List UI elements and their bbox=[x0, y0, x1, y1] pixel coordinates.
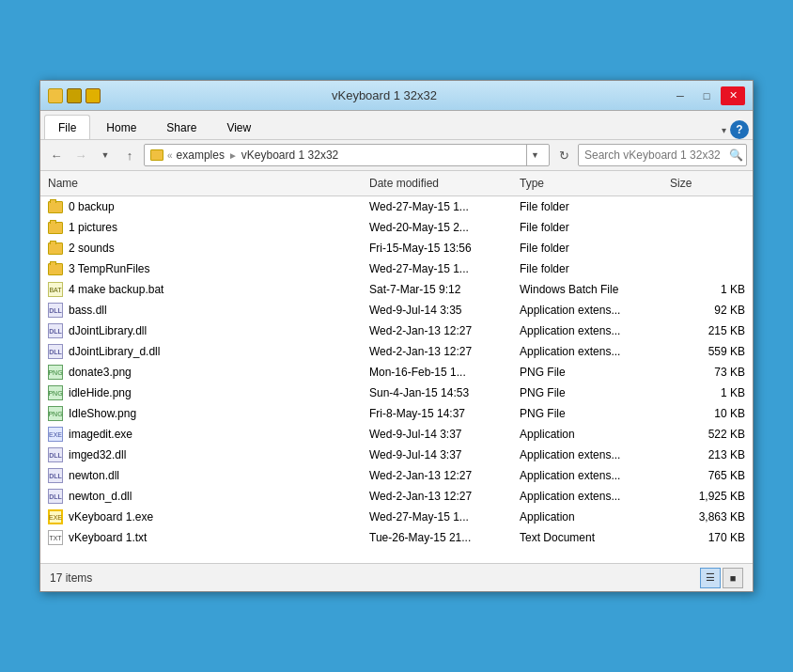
table-row[interactable]: 1 pictures Wed-20-May-15 2... File folde… bbox=[40, 217, 753, 238]
view-large-button[interactable]: ■ bbox=[723, 568, 743, 588]
table-row[interactable]: DLL imged32.dll Wed-9-Jul-14 3:37 Applic… bbox=[40, 445, 753, 465]
file-type: PNG File bbox=[520, 386, 670, 399]
table-row[interactable]: DLL newton_d.dll Wed-2-Jan-13 12:27 Appl… bbox=[40, 486, 753, 507]
file-name: imged32.dll bbox=[69, 448, 126, 461]
table-row[interactable]: DLL bass.dll Wed-9-Jul-14 3:35 Applicati… bbox=[40, 300, 753, 320]
file-list: 0 backup Wed-27-May-15 1... File folder … bbox=[40, 196, 753, 563]
file-type: Application extens... bbox=[520, 304, 670, 317]
up-button[interactable]: ↑ bbox=[119, 145, 140, 165]
table-row[interactable]: BAT 4 make backup.bat Sat-7-Mar-15 9:12 … bbox=[40, 279, 753, 300]
address-path[interactable]: « examples ► vKeyboard 1 32x32 ▼ bbox=[144, 144, 550, 166]
file-date: Tue-26-May-15 21... bbox=[369, 531, 520, 544]
file-name: dJointLibrary_d.dll bbox=[69, 345, 160, 358]
ribbon-tabs: File Home Share View ▾ ? bbox=[40, 111, 753, 139]
table-row[interactable]: EXE imagedit.exe Wed-9-Jul-14 3:37 Appli… bbox=[40, 424, 753, 445]
file-size: 215 KB bbox=[670, 324, 745, 337]
file-name-cell: PNG idleHide.png bbox=[48, 385, 369, 400]
tab-share[interactable]: Share bbox=[152, 115, 210, 139]
file-name-cell: DLL bass.dll bbox=[48, 303, 369, 318]
file-name: newton_d.dll bbox=[69, 490, 132, 503]
table-row[interactable]: DLL newton.dll Wed-2-Jan-13 12:27 Applic… bbox=[40, 465, 753, 486]
file-name-cell: DLL imged32.dll bbox=[48, 447, 369, 462]
file-type: Text Document bbox=[520, 531, 670, 544]
col-type[interactable]: Type bbox=[520, 175, 670, 192]
minimize-button[interactable]: ─ bbox=[668, 86, 692, 105]
dll-icon: DLL bbox=[48, 468, 63, 483]
file-date: Fri-15-May-15 13:56 bbox=[369, 242, 520, 255]
table-row[interactable]: EXE vKeyboard 1.exe Wed-27-May-15 1... A… bbox=[40, 507, 753, 527]
table-row[interactable]: 3 TempRunFiles Wed-27-May-15 1... File f… bbox=[40, 258, 753, 279]
tab-file[interactable]: File bbox=[44, 115, 90, 139]
file-date: Wed-27-May-15 1... bbox=[369, 200, 520, 213]
file-name-cell: 0 backup bbox=[48, 199, 369, 214]
title-bar-icons bbox=[48, 88, 101, 103]
back-button[interactable]: ← bbox=[46, 145, 67, 165]
file-icon bbox=[48, 241, 63, 256]
file-icon: TXT bbox=[48, 530, 63, 545]
col-size[interactable]: Size bbox=[670, 175, 745, 192]
file-name-cell: PNG donate3.png bbox=[48, 365, 369, 380]
col-date[interactable]: Date modified bbox=[369, 175, 520, 192]
file-size: 1 KB bbox=[670, 386, 745, 399]
address-bar: ← → ▼ ↑ « examples ► vKeyboard 1 32x32 ▼… bbox=[40, 140, 753, 171]
file-name: bass.dll bbox=[69, 304, 107, 317]
search-box[interactable]: 🔍 bbox=[578, 144, 747, 166]
file-name-cell: 3 TempRunFiles bbox=[48, 261, 369, 276]
refresh-button[interactable]: ↻ bbox=[553, 145, 574, 165]
file-date: Wed-27-May-15 1... bbox=[369, 510, 520, 524]
file-type: Windows Batch File bbox=[520, 283, 670, 296]
view-details-button[interactable]: ☰ bbox=[700, 568, 721, 588]
file-name: vKeyboard 1.exe bbox=[69, 510, 153, 524]
file-name-cell: EXE vKeyboard 1.exe bbox=[48, 509, 369, 524]
title-bar: vKeyboard 1 32x32 ─ □ ✕ bbox=[40, 81, 753, 111]
table-row[interactable]: PNG donate3.png Mon-16-Feb-15 1... PNG F… bbox=[40, 362, 753, 383]
path-separator-2: ► bbox=[228, 150, 238, 161]
table-row[interactable]: DLL dJointLibrary.dll Wed-2-Jan-13 12:27… bbox=[40, 320, 753, 341]
dll-icon: DLL bbox=[48, 447, 63, 462]
file-type: Application bbox=[520, 428, 670, 441]
table-row[interactable]: PNG IdleShow.png Fri-8-May-15 14:37 PNG … bbox=[40, 403, 753, 424]
tab-view[interactable]: View bbox=[212, 115, 265, 139]
item-count: 17 items bbox=[50, 571, 92, 585]
file-size: 1 KB bbox=[670, 283, 745, 296]
table-row[interactable]: DLL dJointLibrary_d.dll Wed-2-Jan-13 12:… bbox=[40, 341, 753, 362]
file-size: 92 KB bbox=[670, 304, 745, 317]
file-type: File folder bbox=[520, 221, 670, 234]
file-date: Wed-9-Jul-14 3:35 bbox=[369, 304, 520, 317]
file-date: Wed-27-May-15 1... bbox=[369, 262, 520, 275]
tab-home[interactable]: Home bbox=[92, 115, 150, 139]
help-button[interactable]: ? bbox=[730, 120, 749, 139]
bat-icon: BAT bbox=[48, 282, 63, 297]
file-size: 10 KB bbox=[670, 407, 745, 420]
breadcrumb-examples[interactable]: examples bbox=[177, 148, 225, 162]
table-row[interactable]: 2 sounds Fri-15-May-15 13:56 File folder bbox=[40, 238, 753, 258]
file-list-header: Name Date modified Type Size bbox=[40, 171, 753, 196]
maximize-button[interactable]: □ bbox=[694, 86, 719, 105]
table-row[interactable]: PNG idleHide.png Sun-4-Jan-15 14:53 PNG … bbox=[40, 383, 753, 403]
folder-icon-small3 bbox=[86, 88, 101, 103]
close-button[interactable]: ✕ bbox=[721, 86, 745, 105]
file-date: Wed-9-Jul-14 3:37 bbox=[369, 428, 520, 441]
path-folder-icon bbox=[150, 149, 163, 161]
file-size: 559 KB bbox=[670, 345, 745, 358]
table-row[interactable]: TXT vKeyboard 1.txt Tue-26-May-15 21... … bbox=[40, 527, 753, 548]
file-name: imagedit.exe bbox=[69, 428, 132, 441]
col-name[interactable]: Name bbox=[48, 175, 369, 192]
file-type: Application extens... bbox=[520, 345, 670, 358]
file-name: 0 backup bbox=[69, 200, 115, 213]
breadcrumb-vkeyboard[interactable]: vKeyboard 1 32x32 bbox=[241, 148, 338, 162]
file-size: 213 KB bbox=[670, 448, 745, 461]
file-size: 765 KB bbox=[670, 469, 745, 482]
file-icon: EXE bbox=[48, 427, 63, 442]
path-dropdown[interactable]: ▼ bbox=[526, 145, 543, 165]
file-name-cell: TXT vKeyboard 1.txt bbox=[48, 530, 369, 545]
txt-icon: TXT bbox=[48, 530, 63, 545]
ribbon-expand-icon[interactable]: ▾ bbox=[722, 125, 726, 135]
file-size: 522 KB bbox=[670, 428, 745, 441]
table-row[interactable]: 0 backup Wed-27-May-15 1... File folder bbox=[40, 196, 753, 217]
png-icon: PNG bbox=[48, 365, 63, 380]
forward-button[interactable]: → bbox=[70, 145, 91, 165]
recent-button[interactable]: ▼ bbox=[95, 145, 116, 165]
file-name: IdleShow.png bbox=[69, 407, 136, 420]
search-input[interactable] bbox=[584, 148, 725, 162]
